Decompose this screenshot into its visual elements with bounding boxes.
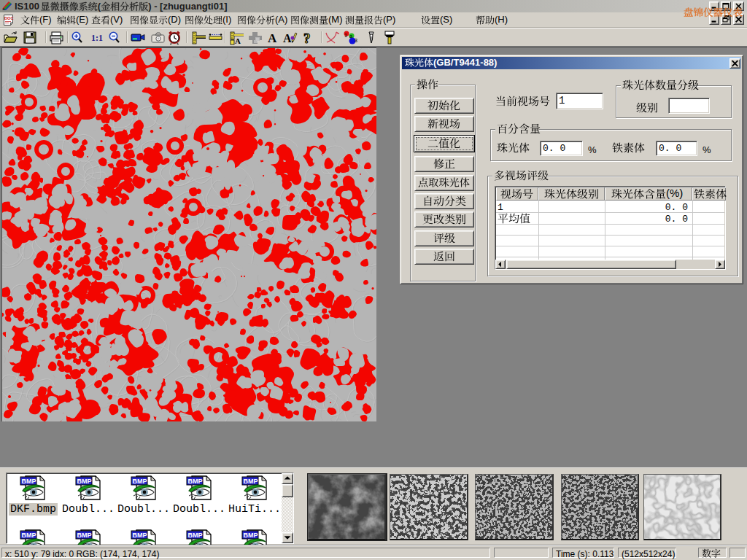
- svg-text:(M): (M): [328, 14, 343, 25]
- svg-text:(: (: [98, 1, 101, 12]
- svg-text:(P): (P): [383, 14, 395, 25]
- svg-text:(GB/T9441-88): (GB/T9441-88): [433, 57, 497, 68]
- svg-text:DOC: DOC: [4, 16, 13, 20]
- svg-text:?: ?: [303, 31, 311, 46]
- svg-text:(A): (A): [275, 14, 287, 25]
- svg-text:(H): (H): [495, 14, 508, 25]
- svg-text:a: a: [349, 34, 352, 39]
- svg-text:(I): (I): [222, 14, 231, 25]
- svg-text:(E): (E): [76, 14, 88, 25]
- svg-text:A: A: [268, 31, 277, 45]
- svg-text:(S): (S): [440, 14, 452, 25]
- svg-text:1: 1: [344, 33, 347, 38]
- svg-text:(F): (F): [39, 14, 52, 25]
- svg-text:3: 3: [355, 38, 357, 43]
- svg-text:) - [zhuguangti01]: ) - [zhuguangti01]: [148, 1, 227, 12]
- svg-text:(V): (V): [110, 14, 123, 25]
- svg-text:1:1: 1:1: [91, 33, 103, 43]
- svg-text:A: A: [235, 36, 241, 45]
- svg-text:IS100: IS100: [15, 1, 39, 12]
- svg-text:A: A: [283, 32, 292, 44]
- svg-text:(%): (%): [666, 187, 683, 199]
- svg-text:(D): (D): [168, 14, 181, 25]
